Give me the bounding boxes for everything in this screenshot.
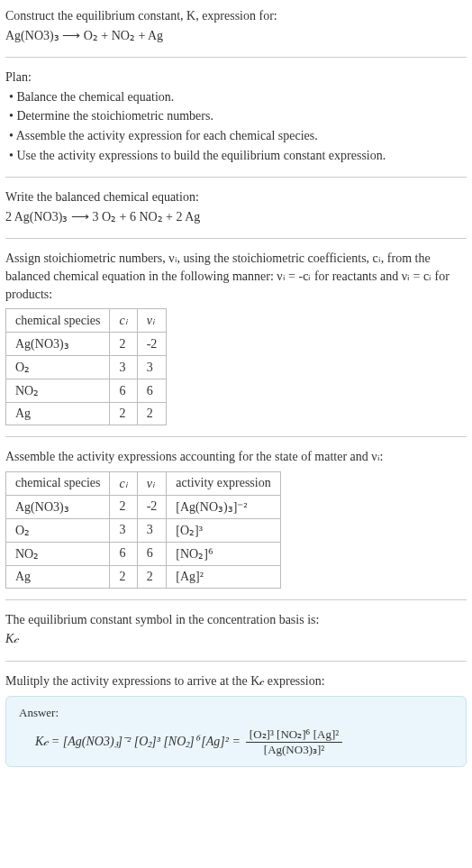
cell-activity: [O₂]³ xyxy=(167,518,280,542)
eqconst-section: The equilibrium constant symbol in the c… xyxy=(5,611,467,662)
answer-formula: K𝒸 = [Ag(NO3)₃]⁻² [O₂]³ [NO₂]⁶ [Ag]² = [… xyxy=(19,727,453,757)
cell-species: Ag xyxy=(6,565,110,588)
cell-species: NO₂ xyxy=(6,542,110,565)
activity-section: Assemble the activity expressions accoun… xyxy=(5,448,467,600)
cell-species: O₂ xyxy=(6,518,110,542)
cell-ci: 6 xyxy=(110,542,137,565)
plan-bullet-4: • Use the activity expressions to build … xyxy=(5,147,467,165)
table-row: Ag(NO3)₃ 2 -2 xyxy=(6,333,167,356)
cell-ci: 2 xyxy=(110,565,137,588)
col-species: chemical species xyxy=(6,309,110,333)
col-vi: νᵢ xyxy=(137,309,167,333)
intro-section: Construct the equilibrium constant, K, e… xyxy=(5,7,467,58)
cell-vi: -2 xyxy=(137,495,167,518)
activity-table: chemical species cᵢ νᵢ activity expressi… xyxy=(5,471,281,589)
cell-vi: -2 xyxy=(137,333,167,356)
answer-denominator: [Ag(NO3)₃]² xyxy=(260,743,328,757)
cell-species: NO₂ xyxy=(6,379,110,403)
cell-vi: 2 xyxy=(137,403,167,425)
cell-activity: [Ag(NO₃)₃]⁻² xyxy=(167,495,280,518)
table-row: Ag(NO3)₃ 2 -2 [Ag(NO₃)₃]⁻² xyxy=(6,495,281,518)
cell-species: Ag xyxy=(6,403,110,425)
table-header-row: chemical species cᵢ νᵢ activity expressi… xyxy=(6,471,281,495)
answer-fraction: [O₂]³ [NO₂]⁶ [Ag]² [Ag(NO3)₃]² xyxy=(246,727,342,757)
balanced-title: Write the balanced chemical equation: xyxy=(5,188,467,206)
col-activity: activity expression xyxy=(167,471,280,495)
cell-ci: 6 xyxy=(110,379,137,403)
answer-lhs: K𝒸 = [Ag(NO3)₃]⁻² [O₂]³ [NO₂]⁶ [Ag]² = xyxy=(35,735,241,749)
intro-line1: Construct the equilibrium constant, K, e… xyxy=(5,7,467,25)
plan-bullet-3: • Assemble the activity expression for e… xyxy=(5,127,467,145)
cell-species: O₂ xyxy=(6,356,110,379)
plan-title: Plan: xyxy=(5,69,467,87)
activity-text: Assemble the activity expressions accoun… xyxy=(5,448,467,466)
balanced-equation: 2 Ag(NO3)₃ ⟶ 3 O₂ + 6 NO₂ + 2 Ag xyxy=(5,208,467,226)
multiply-text: Mulitply the activity expressions to arr… xyxy=(5,672,467,690)
cell-ci: 3 xyxy=(110,518,137,542)
answer-numerator: [O₂]³ [NO₂]⁶ [Ag]² xyxy=(246,727,342,743)
col-ci: cᵢ xyxy=(110,471,137,495)
table-row: O₂ 3 3 xyxy=(6,356,167,379)
cell-species: Ag(NO3)₃ xyxy=(6,495,110,518)
col-vi: νᵢ xyxy=(137,471,167,495)
answer-box: Answer: K𝒸 = [Ag(NO3)₃]⁻² [O₂]³ [NO₂]⁶ [… xyxy=(5,696,467,767)
assign-section: Assign stoichiometric numbers, νᵢ, using… xyxy=(5,250,467,437)
cell-vi: 3 xyxy=(137,356,167,379)
cell-ci: 2 xyxy=(110,403,137,425)
table-row: Ag 2 2 [Ag]² xyxy=(6,565,281,588)
col-species: chemical species xyxy=(6,471,110,495)
plan-section: Plan: • Balance the chemical equation. •… xyxy=(5,69,467,178)
cell-activity: [Ag]² xyxy=(167,565,280,588)
table-row: NO₂ 6 6 [NO₂]⁶ xyxy=(6,542,281,565)
cell-vi: 3 xyxy=(137,518,167,542)
multiply-section: Mulitply the activity expressions to arr… xyxy=(5,672,467,778)
table-row: NO₂ 6 6 xyxy=(6,379,167,403)
cell-activity: [NO₂]⁶ xyxy=(167,542,280,565)
answer-label: Answer: xyxy=(19,706,453,720)
cell-vi: 6 xyxy=(137,379,167,403)
cell-species: Ag(NO3)₃ xyxy=(6,333,110,356)
table-row: Ag 2 2 xyxy=(6,403,167,425)
eqconst-symbol: K𝒸 xyxy=(5,630,467,648)
plan-bullet-2: • Determine the stoichiometric numbers. xyxy=(5,107,467,125)
balanced-section: Write the balanced chemical equation: 2 … xyxy=(5,188,467,239)
cell-ci: 2 xyxy=(110,333,137,356)
assign-text: Assign stoichiometric numbers, νᵢ, using… xyxy=(5,250,467,303)
intro-equation: Ag(NO3)₃ ⟶ O₂ + NO₂ + Ag xyxy=(5,27,467,45)
eqconst-text: The equilibrium constant symbol in the c… xyxy=(5,611,467,629)
cell-ci: 3 xyxy=(110,356,137,379)
stoich-table: chemical species cᵢ νᵢ Ag(NO3)₃ 2 -2 O₂ … xyxy=(5,308,167,425)
cell-vi: 6 xyxy=(137,542,167,565)
table-header-row: chemical species cᵢ νᵢ xyxy=(6,309,167,333)
table-row: O₂ 3 3 [O₂]³ xyxy=(6,518,281,542)
col-ci: cᵢ xyxy=(110,309,137,333)
cell-vi: 2 xyxy=(137,565,167,588)
plan-bullet-1: • Balance the chemical equation. xyxy=(5,88,467,106)
cell-ci: 2 xyxy=(110,495,137,518)
